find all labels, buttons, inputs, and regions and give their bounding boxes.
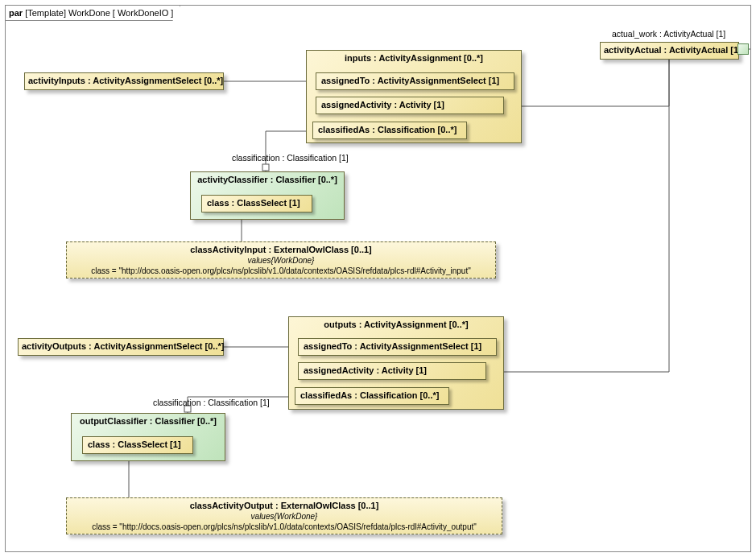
block-title: activityActual : ActivityActual [1] [601, 43, 738, 58]
frame-kind: par [9, 8, 23, 18]
block-title: inputs : ActivityAssignment [0..*] [307, 51, 521, 66]
block-title: activityOutputs : ActivityAssignmentSele… [19, 339, 223, 354]
block-activity-actual: activityActual : ActivityActual [1] [600, 42, 739, 60]
block-title: outputClassifier : Classifier [0..*] [72, 414, 225, 429]
block-activity-inputs: activityInputs : ActivityAssignmentSelec… [24, 72, 224, 90]
block-title: activityClassifier : Classifier [0..*] [191, 172, 344, 188]
label-classification-outputs: classification : Classification [1] [153, 398, 270, 407]
class-value: class = "http://docs.oasis-open.org/plcs… [67, 521, 502, 534]
block-title: activityInputs : ActivityAssignmentSelec… [25, 73, 223, 89]
block-title: classActivityOutput : ExternalOwlClass [… [67, 498, 502, 510]
slot-outputs-classifiedas: classifiedAs : Classification [0..*] [295, 387, 449, 405]
values-note: values{WorkDone} [67, 254, 495, 265]
label-classification-inputs: classification : Classification [1] [232, 153, 349, 163]
class-value: class = "http://docs.oasis-open.org/plcs… [67, 265, 495, 278]
slot-outputs-assignedactivity: assignedActivity : Activity [1] [298, 362, 486, 380]
block-class-activity-input: classActivityInput : ExternalOwlClass [0… [66, 241, 496, 278]
slot-activity-classifier-class: class : ClassSelect [1] [201, 195, 312, 212]
values-note: values{WorkDone} [67, 510, 502, 521]
slot-inputs-classifiedas: classifiedAs : Classification [0..*] [312, 122, 467, 139]
frame-bracket: [ WorkDoneIO ] [113, 8, 174, 18]
block-title: outputs : ActivityAssignment [0..*] [289, 317, 503, 332]
slot-inputs-assignedto: assignedTo : ActivityAssignmentSelect [1… [316, 72, 514, 90]
diagram-frame-header: par [Template] WorkDone [ WorkDoneIO ] [5, 5, 180, 21]
block-activity-outputs: activityOutputs : ActivityAssignmentSele… [18, 338, 224, 356]
block-class-activity-output: classActivityOutput : ExternalOwlClass [… [66, 497, 502, 534]
slot-inputs-assignedactivity: assignedActivity : Activity [1] [316, 97, 504, 114]
label-actual-work: actual_work : ActivityActual [1] [612, 29, 725, 39]
slot-output-classifier-class: class : ClassSelect [1] [82, 436, 193, 454]
frame-name: WorkDone [68, 8, 110, 18]
frame-meta: [Template] [25, 8, 66, 18]
port-actual-work [737, 43, 749, 55]
block-title: classActivityInput : ExternalOwlClass [0… [67, 242, 495, 254]
slot-outputs-assignedto: assignedTo : ActivityAssignmentSelect [1… [298, 338, 497, 356]
